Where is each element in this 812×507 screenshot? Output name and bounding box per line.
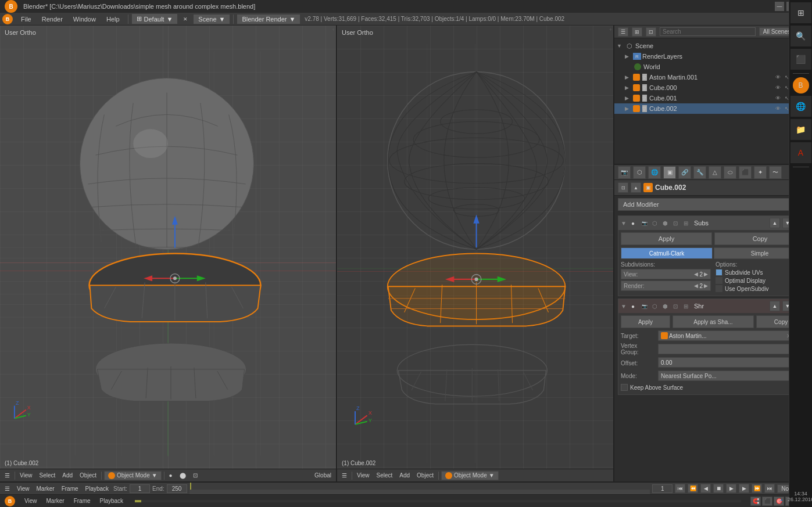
mode-dropdown[interactable]: Nearest Surface Po... ▼ xyxy=(658,371,806,381)
mod-shr-expand3[interactable]: ⊞ xyxy=(684,303,692,310)
aston-eye[interactable]: 👁 xyxy=(774,73,782,81)
timeline-view[interactable]: View xyxy=(15,485,32,492)
subdivide-uvs-checkbox[interactable] xyxy=(716,269,722,276)
outliner-item-cube001[interactable]: ▶ ▽ Cube.001 👁 ↖ 📷 🔒 xyxy=(614,93,812,103)
props-material-btn[interactable]: ⬭ xyxy=(724,166,736,179)
offset-field[interactable]: 0.00 xyxy=(658,357,806,368)
status-playback[interactable]: Playback xyxy=(98,497,126,505)
outliner-icon2[interactable]: ⊡ xyxy=(646,27,656,37)
render-plus[interactable]: ▶ xyxy=(704,283,708,289)
engine-selector[interactable]: Blender Render ▼ xyxy=(237,15,300,24)
optimal-display-checkbox[interactable] xyxy=(716,277,722,284)
props-render-btn[interactable]: 📷 xyxy=(618,166,631,179)
mod-sub-render-vis[interactable]: 📷 xyxy=(642,221,650,226)
status-view[interactable]: View xyxy=(22,497,40,505)
object-mode-btn-left[interactable]: Object Mode ▼ xyxy=(104,471,162,480)
snap-btn1[interactable]: 🧲 xyxy=(750,497,761,506)
outliner-item-scene[interactable]: ▼ ⬡ Scene xyxy=(614,41,812,51)
vb-global-left[interactable]: Global xyxy=(312,472,334,479)
next-frame-btn[interactable]: ⏩ xyxy=(752,484,762,493)
mod-shr-visible[interactable]: ● xyxy=(631,303,639,310)
mod-sub-expand3[interactable]: ⊞ xyxy=(684,220,692,226)
workspace-selector[interactable]: ⊞ Default ▼ xyxy=(132,14,178,24)
target-field[interactable]: Aston Martin... ✕ xyxy=(658,330,794,341)
status-marker[interactable]: Marker xyxy=(44,497,67,505)
vb-sphere-left[interactable]: ● xyxy=(167,472,175,479)
taskbar-windows-btn[interactable]: ⊞ xyxy=(790,2,811,23)
viewport-left[interactable]: X Y Z User Ortho (1) Cube.002 + ☰ View S… xyxy=(0,26,337,481)
props-particle-btn[interactable]: ✦ xyxy=(754,166,767,179)
view-field[interactable]: View: ◀ 2 ▶ xyxy=(621,269,711,279)
taskbar-search-btn[interactable]: 🔍 xyxy=(790,26,811,46)
outliner-item-cube002[interactable]: ▶ ▽ Cube.002 👁 ↖ 📷 🔒 xyxy=(614,103,812,114)
menu-file[interactable]: File xyxy=(16,15,36,24)
apply-btn-sub[interactable]: Apply xyxy=(621,232,712,245)
taskbar-explorer-btn[interactable]: 📁 xyxy=(790,119,811,140)
menu-window[interactable]: Window xyxy=(69,15,101,24)
mod-sub-expand2[interactable]: ⊡ xyxy=(673,220,681,226)
outliner-item-aston[interactable]: ▶ ▽ Aston Martin.001 👁 ↖ 📷 🔒 xyxy=(614,72,812,82)
cube001-eye[interactable]: 👁 xyxy=(774,94,782,102)
stop-btn[interactable]: ⏹ xyxy=(713,484,724,493)
vb-menu-left[interactable]: ☰ xyxy=(2,472,12,479)
apply-btn-shr[interactable]: Apply xyxy=(621,315,670,328)
play-btn[interactable]: ▶ xyxy=(726,484,736,493)
props-small-icon2[interactable]: ▲ xyxy=(631,182,641,193)
vb-add-right[interactable]: Add xyxy=(397,472,412,479)
timeline-frame[interactable]: Frame xyxy=(59,485,81,492)
timeline-start-input[interactable]: 1 xyxy=(130,484,150,493)
mod-shr-up[interactable]: ▲ xyxy=(770,301,780,311)
outliner-search-input[interactable] xyxy=(660,27,756,36)
taskbar-acrobat-btn[interactable]: A xyxy=(790,142,811,163)
mod-sub-visible[interactable]: ● xyxy=(631,220,639,226)
viewport-left-corner[interactable]: + xyxy=(332,27,335,33)
catmull-clark-tab[interactable]: Catmull-Clark xyxy=(621,247,713,259)
viewport-right-corner[interactable]: + xyxy=(609,27,612,33)
mod-shr-edit-vis[interactable]: ⬡ xyxy=(652,303,660,310)
timeline-current-input[interactable]: 1 xyxy=(652,484,673,493)
vb-object-left[interactable]: Object xyxy=(77,472,99,479)
outliner-icon1[interactable]: ⊞ xyxy=(632,27,642,37)
view-plus[interactable]: ▶ xyxy=(704,271,708,277)
scene-selector[interactable]: Scene ▼ xyxy=(194,15,230,24)
mod-sub-edit-vis[interactable]: ⬡ xyxy=(652,220,660,226)
taskbar-taskview-btn[interactable]: ⬛ xyxy=(790,49,811,70)
view-minus[interactable]: ◀ xyxy=(694,271,698,277)
props-scene-btn[interactable]: ⬡ xyxy=(633,166,646,179)
timeline-menu[interactable]: ☰ xyxy=(2,485,12,492)
mod-shr-toggle[interactable]: ▼ xyxy=(621,303,629,310)
render-field[interactable]: Render: ◀ 2 ▶ xyxy=(621,281,711,291)
mod-sub-up[interactable]: ▲ xyxy=(770,218,780,228)
vb-menu-right[interactable]: ☰ xyxy=(339,472,349,479)
snap-btn3[interactable]: 🎯 xyxy=(774,497,784,506)
taskbar-blender-btn[interactable]: B xyxy=(793,77,809,94)
vb-wire-left[interactable]: ⊡ xyxy=(191,472,200,479)
props-texture-btn[interactable]: ⬛ xyxy=(739,166,752,179)
vb-add-left[interactable]: Add xyxy=(60,472,75,479)
timeline-playback[interactable]: Playback xyxy=(83,485,112,492)
status-frame[interactable]: Frame xyxy=(71,497,93,505)
timeline-marker[interactable]: Marker xyxy=(34,485,57,492)
opensubdiv-checkbox[interactable] xyxy=(716,285,722,292)
play-end-btn[interactable]: ⏭ xyxy=(764,484,775,493)
vb-object-right[interactable]: Object xyxy=(414,472,436,479)
vgroup-field[interactable] xyxy=(658,344,794,354)
props-world-btn[interactable]: 🌐 xyxy=(648,166,661,179)
props-object-btn[interactable]: ▣ xyxy=(663,166,676,179)
props-physics-btn[interactable]: 〜 xyxy=(769,166,782,179)
outliner-menu-btn[interactable]: ☰ xyxy=(618,27,628,37)
outliner-item-world[interactable]: World xyxy=(614,62,812,72)
outliner-item-renderlayers[interactable]: ▶ R RenderLayers 👁 📷 xyxy=(614,51,812,62)
vb-select-right[interactable]: Select xyxy=(374,472,395,479)
prev-keyframe-btn[interactable]: ◀ xyxy=(700,484,711,493)
apply-sha-btn[interactable]: Apply as Sha... xyxy=(673,315,754,328)
menu-render[interactable]: Render xyxy=(37,15,67,24)
object-mode-btn-right[interactable]: Object Mode ▼ xyxy=(441,471,499,480)
vb-select-left[interactable]: Select xyxy=(37,472,58,479)
render-minus[interactable]: ◀ xyxy=(694,283,698,289)
vb-view-right[interactable]: View xyxy=(355,472,372,479)
taskbar-chrome-btn[interactable]: 🌐 xyxy=(790,96,811,117)
vb-view-left[interactable]: View xyxy=(17,472,35,479)
add-modifier-btn[interactable]: Add Modifier xyxy=(618,198,798,211)
props-data-btn[interactable]: △ xyxy=(709,166,721,179)
